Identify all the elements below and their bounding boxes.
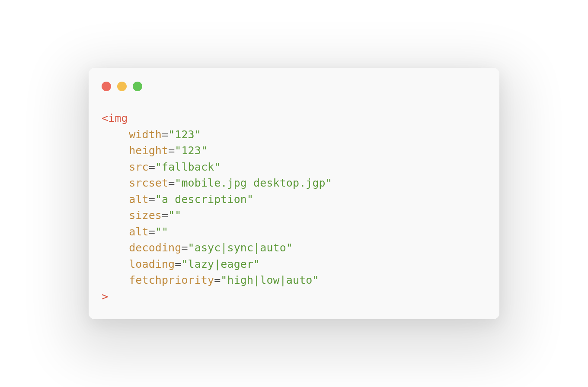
attr-name: alt	[129, 225, 148, 238]
close-icon[interactable]	[102, 82, 111, 91]
attr-value: "lazy|eager"	[181, 258, 260, 270]
tag-open: <img	[102, 112, 128, 124]
attr-value: "123"	[168, 128, 201, 141]
attr-value: "high|low|auto"	[220, 274, 319, 286]
tag-close: >	[102, 290, 108, 303]
attr-name: fetchpriority	[129, 274, 214, 286]
minimize-icon[interactable]	[117, 82, 127, 91]
attr-value: ""	[155, 225, 168, 238]
attr-value: "a description"	[155, 193, 253, 206]
attr-name: src	[129, 161, 148, 173]
attr-value: "fallback"	[155, 161, 221, 173]
attr-name: width	[129, 128, 162, 141]
attr-value: ""	[168, 209, 181, 222]
attr-name: alt	[129, 193, 148, 206]
code-block: <img width="123" height="123" src="fallb…	[102, 110, 486, 305]
attr-value: "123"	[175, 144, 208, 157]
traffic-lights	[102, 82, 486, 91]
attr-value: "mobile.jpg desktop.jgp"	[175, 177, 332, 189]
attr-name: loading	[129, 258, 175, 270]
attr-name: height	[129, 144, 168, 157]
attr-name: sizes	[129, 209, 162, 222]
maximize-icon[interactable]	[133, 82, 142, 91]
code-window: <img width="123" height="123" src="fallb…	[89, 68, 499, 319]
attr-name: srcset	[129, 177, 168, 189]
attr-name: decoding	[129, 241, 181, 254]
attr-value: "asyc|sync|auto"	[188, 241, 293, 254]
